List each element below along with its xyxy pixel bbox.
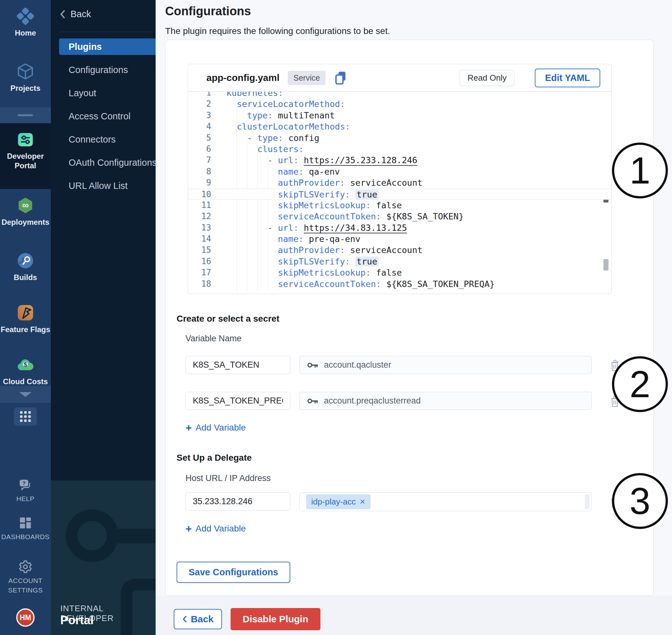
variable-name-input[interactable] (186, 392, 290, 410)
yaml-line: 10skipTLSVerify: true (188, 189, 611, 200)
host-url-input[interactable] (186, 492, 290, 510)
rail-item-cloud-costs[interactable]: $ Cloud Costs (0, 356, 51, 387)
rail-item-account-settings[interactable]: ACCOUNT SETTINGS (0, 560, 51, 595)
add-delegate-variable-button[interactable]: + Add Variable (186, 524, 246, 534)
line-code: type: multiTenant (211, 110, 335, 121)
yaml-colon: : (340, 99, 345, 109)
line-number: 9 (188, 177, 211, 188)
line-code: serviceAccountToken: ${K8S_SA_TOKEN_PREQ… (211, 279, 495, 289)
yaml-value: serviceAccount (350, 245, 423, 255)
menu-item-access-control[interactable]: Access Control (59, 108, 156, 125)
main-content: Configurations The plugin requires the f… (156, 0, 672, 635)
secret-selector[interactable]: account.qacluster (300, 356, 592, 374)
help-icon: ? (0, 478, 51, 492)
yaml-line: 15authProvider: serviceAccount (188, 244, 611, 256)
line-code: name: pre-qa-env (211, 233, 361, 244)
menu-item-connectors[interactable]: Connectors (59, 131, 156, 148)
rail-item-dashboards[interactable]: DASHBOARDS (0, 516, 51, 542)
yaml-colon: : (340, 245, 345, 255)
yaml-lines: 1kubernetes:2serviceLocatorMethod:3type:… (188, 92, 611, 289)
yaml-dash: - (247, 133, 258, 143)
yaml-key: skipMetricsLookup (278, 268, 366, 278)
menu-back-label: Back (70, 9, 91, 19)
rail-item-developer-portal[interactable]: Developer Portal (0, 131, 51, 171)
line-number: 1 (188, 92, 211, 98)
disable-plugin-button[interactable]: Disable Plugin (231, 608, 321, 630)
yaml-value: false (376, 268, 402, 278)
remove-tag-icon[interactable]: ✕ (360, 498, 365, 506)
delegate-row: idp-play-acc✕ (166, 492, 653, 510)
rail-item-help[interactable]: ? HELP (0, 478, 51, 504)
yaml-code-area[interactable]: 1kubernetes:2serviceLocatorMethod:3type:… (188, 92, 611, 294)
yaml-value: false (376, 200, 402, 210)
yaml-colon: : (345, 190, 350, 199)
add-variable-label: Add Variable (196, 422, 246, 433)
tag-chip-label: idp-play-acc (311, 497, 356, 507)
yaml-line: 11skipMetricsLookup: false (188, 200, 611, 211)
yaml-colon: : (294, 223, 299, 233)
add-variable-label: Add Variable (196, 524, 246, 534)
annotation-circle-2: 2 (612, 356, 668, 412)
line-code: authProvider: serviceAccount (211, 177, 422, 188)
save-configurations-button[interactable]: Save Configurations (177, 562, 290, 583)
rail-item-builds[interactable]: Builds (0, 251, 51, 282)
rail-label: Cloud Costs (0, 377, 51, 387)
svg-text:∞: ∞ (22, 200, 29, 210)
read-only-badge: Read Only (459, 70, 515, 86)
rail-item-home[interactable]: Home (0, 7, 51, 38)
menu-item-configurations[interactable]: Configurations (59, 62, 156, 78)
circuit-pattern-bar (111, 529, 156, 543)
menu-item-plugins[interactable]: Plugins (59, 38, 156, 55)
menu-item-layout[interactable]: Layout (59, 85, 156, 101)
developer-portal-icon (0, 131, 51, 149)
menu-back-button[interactable]: Back (60, 9, 91, 19)
rail-item-projects[interactable]: Projects (0, 62, 51, 93)
secrets-heading: Create or select a secret (177, 314, 280, 324)
rail-label: Home (0, 28, 51, 38)
yaml-colon: : (340, 178, 345, 188)
svg-text:?: ? (22, 480, 25, 486)
line-number: 17 (188, 267, 211, 278)
tag-field-scrollbar[interactable] (585, 494, 590, 509)
menu-item-oauth-configurations[interactable]: OAuth Configurations (59, 154, 156, 171)
yaml-line: 18serviceAccountToken: ${K8S_SA_TOKEN_PR… (188, 279, 611, 289)
yaml-colon: : (376, 212, 381, 221)
edit-yaml-button[interactable]: Edit YAML (535, 69, 600, 87)
yaml-value: multiTenant (278, 110, 335, 121)
yaml-line: 2serviceLocatorMethod: (188, 98, 611, 110)
line-code: - url: https://35.233.128.246 (211, 155, 417, 166)
key-icon (307, 362, 318, 369)
rail-label: Developer Portal (6, 151, 44, 171)
rail-label: Deployments (0, 218, 51, 227)
home-icon (0, 7, 51, 25)
gear-icon (0, 560, 51, 574)
yaml-colon: : (278, 92, 283, 98)
secret-selector[interactable]: account.preqaclusterread (300, 392, 592, 410)
rail-divider (0, 107, 51, 123)
app-window: Home Projects Developer Portal ∞ Deploym… (0, 0, 672, 635)
rail-label: Builds (0, 273, 51, 282)
line-number: 6 (188, 144, 211, 155)
yaml-colon: : (268, 110, 273, 121)
variable-name-input[interactable] (186, 356, 290, 374)
line-number: 12 (188, 211, 211, 222)
yaml-line: 5- type: config (188, 132, 611, 144)
rail-item-deployments[interactable]: ∞ Deployments (0, 196, 51, 227)
menu-item-url-allow-list[interactable]: URL Allow List (59, 177, 156, 194)
divider-dash-icon (18, 114, 33, 116)
rail-item-feature-flags[interactable]: Feature Flags (0, 304, 51, 334)
user-avatar[interactable]: HM (16, 608, 35, 627)
back-label: Back (191, 614, 214, 625)
host-url-label: Host URL / IP Address (186, 474, 271, 483)
module-grid-button[interactable] (14, 407, 37, 426)
line-code: - type: config (211, 132, 319, 144)
rail-collapse[interactable] (0, 386, 51, 403)
line-code: - url: https://34.83.13.125 (211, 222, 407, 233)
yaml-colon: : (294, 155, 299, 165)
delegate-tags-field[interactable]: idp-play-acc✕ (300, 492, 592, 511)
back-button[interactable]: Back (174, 609, 222, 629)
line-code: serviceLocatorMethod: (211, 98, 345, 110)
yaml-colon: : (278, 133, 283, 143)
add-secret-variable-button[interactable]: + Add Variable (186, 422, 246, 433)
copy-icon[interactable] (334, 70, 347, 85)
